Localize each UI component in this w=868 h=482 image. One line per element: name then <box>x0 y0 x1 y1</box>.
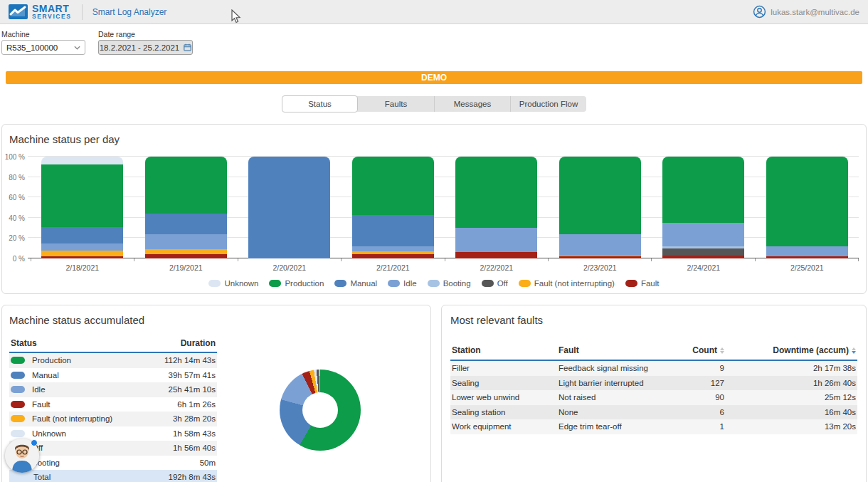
faults-header-count[interactable]: Count <box>660 345 724 355</box>
tab-production-flow[interactable]: Production Flow <box>510 96 586 112</box>
bar-segment-fault[interactable] <box>766 256 848 258</box>
legend-item-production[interactable]: Production <box>269 279 324 288</box>
y-tick-label: 100 % <box>5 153 25 161</box>
bar-segment-manual[interactable] <box>41 227 123 243</box>
status-row-production[interactable]: Production112h 14m 43s <box>9 353 217 368</box>
legend-swatch <box>482 280 494 287</box>
bar-segment-fault[interactable] <box>662 256 744 258</box>
bar-segment-idle[interactable] <box>455 228 537 252</box>
bar-segment-fault[interactable] <box>559 256 641 258</box>
chat-assistant-launcher[interactable] <box>5 439 39 473</box>
legend-swatch <box>519 280 531 287</box>
legend-item-idle[interactable]: Idle <box>388 279 417 288</box>
user-email[interactable]: lukas.stark@multivac.de <box>771 8 859 16</box>
faults-header-label: Station <box>452 345 481 355</box>
legend-item-fault[interactable]: Fault <box>625 279 660 288</box>
stacked-bar-2/25/2021[interactable] <box>766 157 848 258</box>
faults-header-downtime-accum-[interactable]: Downtime (accum) <box>724 345 856 355</box>
machine-select[interactable]: R535_100000 <box>1 40 85 55</box>
brand-logo[interactable]: SMART SERVICES <box>9 4 72 20</box>
stacked-bar-2/23/2021[interactable] <box>559 157 641 258</box>
bar-segment-production[interactable] <box>559 157 641 234</box>
bar-segment-production[interactable] <box>766 157 848 246</box>
status-row-booting[interactable]: Booting50m <box>9 456 217 471</box>
user-account-icon[interactable] <box>753 5 766 19</box>
fault-row-sealing[interactable]: SealingLight barrier interrupted1271h 26… <box>450 376 857 391</box>
fault-downtime: 16m 40s <box>724 408 856 416</box>
stacked-bar-2/24/2021[interactable] <box>662 157 744 258</box>
bar-segment-fault[interactable] <box>145 254 227 258</box>
bar-segment-manual[interactable] <box>248 157 330 258</box>
fault-station: Work equipment <box>452 422 559 431</box>
status-swatch <box>11 372 25 379</box>
bar-segment-idle[interactable] <box>766 246 848 256</box>
legend-item-manual[interactable]: Manual <box>334 279 377 288</box>
y-tick-label: 60 % <box>9 194 25 201</box>
bar-segment-production[interactable] <box>455 157 537 228</box>
bar-segment-idle[interactable] <box>662 223 744 246</box>
topbar-divider <box>82 4 83 20</box>
bar-segment-production[interactable] <box>662 157 744 223</box>
tab-status[interactable]: Status <box>282 95 358 112</box>
sort-icon[interactable] <box>852 347 856 354</box>
stacked-bar-2/20/2021[interactable] <box>248 157 330 258</box>
status-row-idle[interactable]: Idle25h 41m 10s <box>9 382 217 397</box>
fault-station: Filler <box>452 364 559 372</box>
status-row-off[interactable]: Off1h 56m 40s <box>9 441 217 456</box>
faults-table: StationFaultCountDowntime (accum) Filler… <box>450 343 857 434</box>
tab-faults[interactable]: Faults <box>358 96 434 112</box>
bar-segment-production[interactable] <box>145 157 227 214</box>
bar-segment-fault[interactable] <box>455 252 537 258</box>
date-range-input[interactable]: 18.2.2021 - 25.2.2021 <box>98 40 193 55</box>
bar-segment-fault-not-interrupting-[interactable] <box>41 251 123 257</box>
status-row-fault-not-interrupting-[interactable]: Fault (not interrupting)3h 28m 20s <box>9 412 217 426</box>
bar-segment-production[interactable] <box>41 164 123 226</box>
legend-swatch <box>428 280 440 287</box>
bar-segment-idle[interactable] <box>559 234 641 256</box>
legend-label: Manual <box>350 279 377 288</box>
stacked-bar-2/19/2021[interactable] <box>145 157 227 258</box>
stacked-bar-2/18/2021[interactable] <box>41 157 123 258</box>
status-donut-chart <box>217 336 423 482</box>
fault-row-filler[interactable]: FillerFeedback signal missing92h 17m 38s <box>450 361 857 376</box>
status-duration: 1h 58m 43s <box>173 429 216 438</box>
fault-row-work-equipment[interactable]: Work equipmentEdge trim tear-off113m 20s <box>450 419 857 434</box>
date-range-filter: Date range 18.2.2021 - 25.2.2021 <box>98 30 193 55</box>
bar-segment-unknown[interactable] <box>41 157 123 164</box>
status-duration: 3h 28m 20s <box>173 414 216 423</box>
status-swatch <box>11 357 25 364</box>
bar-segment-idle[interactable] <box>41 243 123 251</box>
legend-item-off[interactable]: Off <box>482 279 508 288</box>
bar-segment-idle[interactable] <box>145 234 227 249</box>
bar-segment-production[interactable] <box>352 157 434 215</box>
legend-swatch <box>625 280 637 287</box>
fault-row-sealing-station[interactable]: Sealing stationNone616m 40s <box>450 405 857 420</box>
bar-segment-fault[interactable] <box>41 256 123 258</box>
bar-segment-off[interactable] <box>662 248 744 256</box>
calendar-icon <box>184 43 191 51</box>
bar-segment-manual[interactable] <box>352 215 434 246</box>
legend-item-fault-not-interrupting-[interactable]: Fault (not interrupting) <box>519 279 615 288</box>
bar-segment-idle[interactable] <box>352 246 434 251</box>
stacked-bar-2/21/2021[interactable] <box>352 157 434 258</box>
stacked-bar-2/22/2021[interactable] <box>455 157 537 258</box>
status-swatch <box>11 415 25 422</box>
status-name: Fault <box>32 400 51 409</box>
legend-item-booting[interactable]: Booting <box>428 279 471 288</box>
machine-label: Machine <box>1 30 85 38</box>
tab-messages[interactable]: Messages <box>434 96 510 112</box>
date-range-label: Date range <box>98 30 193 38</box>
view-tabs: StatusFaultsMessagesProduction Flow <box>282 96 586 112</box>
demo-banner: DEMO <box>6 71 862 84</box>
fault-downtime: 25m 12s <box>724 393 856 402</box>
legend-swatch <box>269 280 281 287</box>
status-row-manual[interactable]: Manual39h 57m 41s <box>9 368 217 383</box>
status-row-fault[interactable]: Fault6h 1m 26s <box>9 397 217 412</box>
fault-row-lower-web-unwind[interactable]: Lower web unwindNot raised9025m 12s <box>450 390 857 405</box>
legend-item-unknown[interactable]: Unknown <box>208 279 258 288</box>
x-axis-label: 2/21/2021 <box>342 261 445 272</box>
bar-segment-manual[interactable] <box>145 214 227 234</box>
bar-segment-fault-not-interrupting-[interactable] <box>145 249 227 254</box>
status-row-unknown[interactable]: Unknown1h 58m 43s <box>9 426 217 441</box>
bar-segment-fault[interactable] <box>352 254 434 258</box>
